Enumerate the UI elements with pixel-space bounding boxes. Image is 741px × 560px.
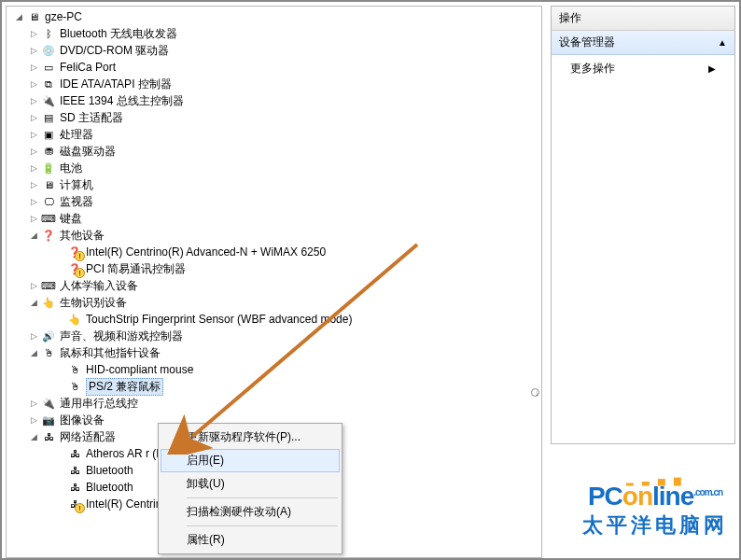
tree-item-label: 通用串行总线控 <box>60 396 138 412</box>
mouse-icon: 🖱 <box>41 345 56 360</box>
expander-icon[interactable]: ▷ <box>29 197 39 207</box>
menu-item-update-driver[interactable]: 更新驱动程序软件(P)... <box>161 426 340 449</box>
expander-icon[interactable]: ▷ <box>29 331 39 342</box>
network-icon: 🖧 <box>67 463 82 478</box>
logo-pc: PC <box>588 482 622 511</box>
tree-item-label: DVD/CD-ROM 驱动器 <box>60 43 169 59</box>
expander-icon[interactable]: ▷ <box>29 214 39 224</box>
tree-category-keyboard[interactable]: ▷⌨键盘 <box>10 210 538 227</box>
other-icon: ❓ <box>67 261 82 276</box>
expander-icon[interactable]: ▷ <box>29 79 39 90</box>
tree-item-label: 计算机 <box>60 177 93 193</box>
menu-item-enable[interactable]: 启用(E) <box>161 449 340 472</box>
tree-category-mouse[interactable]: ◢🖱鼠标和其他指针设备 <box>10 344 538 361</box>
expander-icon[interactable]: ▷ <box>29 96 39 106</box>
expander-icon[interactable]: ▷ <box>29 130 39 140</box>
expander-icon[interactable]: ▷ <box>29 63 39 73</box>
tree-category-audio[interactable]: ▷🔊声音、视频和游戏控制器 <box>10 328 538 344</box>
tree-category-other[interactable]: ◢❓其他设备 <box>10 227 538 244</box>
tree-category-sd[interactable]: ▷▤SD 主适配器 <box>10 109 538 126</box>
image-icon: 📷 <box>41 413 56 427</box>
tree-item-label: 监视器 <box>60 194 93 210</box>
expander-icon[interactable]: ◢ <box>14 12 24 22</box>
tree-category-cpu[interactable]: ▷▣处理器 <box>10 126 538 143</box>
menu-item-properties[interactable]: 属性(R) <box>161 528 340 552</box>
tree-device-pci-comm[interactable]: ▷❓PCI 简易通讯控制器 <box>10 260 538 277</box>
tree-item-label: PCI 简易通讯控制器 <box>86 261 186 277</box>
network-icon: 🖧 <box>67 497 82 511</box>
tree-category-biometric[interactable]: ◢👆生物识别设备 <box>10 294 538 311</box>
logo-suffix: .com.cn <box>693 487 722 497</box>
expander-icon[interactable]: ▷ <box>29 180 39 190</box>
watermark-logo: ▂ ▃ ▅ ▆ PConline.com.cn 太平洋电脑网 <box>582 475 728 539</box>
actions-sub-device-manager[interactable]: 设备管理器 ▲ <box>552 31 734 55</box>
actions-sub-label: 设备管理器 <box>559 35 615 50</box>
tree-category-felica[interactable]: ▷▭FeliCa Port <box>10 59 538 76</box>
menu-item-uninstall[interactable]: 卸载(U) <box>161 472 340 496</box>
tree-item-label: 声音、视频和游戏控制器 <box>60 329 183 344</box>
tree-item-label: 鼠标和其他指针设备 <box>60 345 161 361</box>
expander-icon[interactable]: ▷ <box>29 415 39 426</box>
dvd-icon: 💿 <box>41 43 56 58</box>
menu-item-scan-hw[interactable]: 扫描检测硬件改动(A) <box>161 500 340 524</box>
tree-item-label: 处理器 <box>60 127 93 143</box>
expander-icon[interactable]: ◢ <box>29 298 39 308</box>
expander-icon[interactable]: ▷ <box>29 147 39 157</box>
biometric-icon: 👆 <box>67 312 82 327</box>
tree-category-usb[interactable]: ▷🔌通用串行总线控 <box>10 395 538 412</box>
tree-device-hid-mouse[interactable]: ▷🖱HID-compliant mouse <box>10 361 538 378</box>
tree-item-label: IDE ATA/ATAPI 控制器 <box>60 77 172 92</box>
computer-icon: 🖥 <box>41 177 56 192</box>
tree-category-battery[interactable]: ▷🔋电池 <box>10 160 538 176</box>
expander-icon[interactable]: ◢ <box>29 231 39 241</box>
tree-root[interactable]: ◢🖥gze-PC <box>10 8 538 25</box>
expander-icon[interactable]: ◢ <box>29 348 39 358</box>
tree-device-centrino-wimax[interactable]: ▷❓Intel(R) Centrino(R) Advanced-N + WiMA… <box>10 244 538 260</box>
tree-category-dvd[interactable]: ▷💿DVD/CD-ROM 驱动器 <box>10 42 538 59</box>
tree-category-computer[interactable]: ▷🖥计算机 <box>10 176 538 193</box>
actions-header: 操作 <box>552 7 734 31</box>
tree-category-ieee1394[interactable]: ▷🔌IEEE 1394 总线主控制器 <box>10 92 538 109</box>
actions-panel: 操作 设备管理器 ▲ 更多操作 ▶ <box>551 6 735 444</box>
disk-icon: ⛃ <box>41 144 56 159</box>
tree-category-monitor[interactable]: ▷🖵监视器 <box>10 193 538 210</box>
tree-item-label: HID-compliant mouse <box>86 363 193 376</box>
tree-item-label: 人体学输入设备 <box>60 278 138 294</box>
tree-category-disk[interactable]: ▷⛃磁盘驱动器 <box>10 143 538 160</box>
context-menu: 更新驱动程序软件(P)...启用(E)卸载(U)扫描检测硬件改动(A)属性(R) <box>158 423 343 554</box>
keyboard-icon: ⌨ <box>41 211 56 226</box>
tree-item-label: Bluetooth 无线电收发器 <box>60 26 177 42</box>
expander-icon[interactable]: ▷ <box>29 163 39 174</box>
tree-category-ide[interactable]: ▷⧉IDE ATA/ATAPI 控制器 <box>10 76 538 92</box>
biometric-icon: 👆 <box>41 295 56 310</box>
expander-icon[interactable]: ▷ <box>29 281 39 291</box>
tree-item-label: TouchStrip Fingerprint Sensor (WBF advan… <box>86 313 352 326</box>
hid-icon: ⌨ <box>41 278 56 293</box>
tree-item-label: 图像设备 <box>60 413 105 428</box>
tree-item-label: 键盘 <box>60 211 82 227</box>
tree-item-label: Bluetooth <box>86 481 133 494</box>
cpu-icon: ▣ <box>41 127 56 142</box>
actions-item-more[interactable]: 更多操作 ▶ <box>552 55 734 82</box>
expander-icon[interactable]: ▷ <box>29 113 39 123</box>
expander-icon[interactable]: ▷ <box>29 29 39 39</box>
tree-device-fingerprint[interactable]: ▷👆TouchStrip Fingerprint Sensor (WBF adv… <box>10 311 538 328</box>
ieee1394-icon: 🔌 <box>41 93 56 108</box>
computer-icon: 🖥 <box>26 9 41 24</box>
expander-icon[interactable]: ◢ <box>29 432 39 442</box>
tree-item-label: 其他设备 <box>60 228 105 244</box>
tree-category-bluetooth[interactable]: ▷ᛒBluetooth 无线电收发器 <box>10 25 538 42</box>
tree-item-label: FeliCa Port <box>60 61 116 74</box>
logo-line: line <box>652 482 693 511</box>
mouse-icon: 🖱 <box>67 379 82 394</box>
tree-device-ps2-mouse[interactable]: ▷🖱PS/2 兼容鼠标 <box>10 378 538 395</box>
device-tree-panel: ◢🖥gze-PC▷ᛒBluetooth 无线电收发器▷💿DVD/CD-ROM 驱… <box>6 6 542 558</box>
expander-icon[interactable]: ▷ <box>29 46 39 56</box>
tree-category-hid[interactable]: ▷⌨人体学输入设备 <box>10 277 538 294</box>
tree-item-label: SD 主适配器 <box>60 110 123 126</box>
felica-icon: ▭ <box>41 60 56 75</box>
logo-cn: 太平洋电脑网 <box>582 511 728 539</box>
expander-icon[interactable]: ▷ <box>29 399 39 409</box>
audio-icon: 🔊 <box>41 329 56 343</box>
tree-item-label: PS/2 兼容鼠标 <box>86 378 163 396</box>
